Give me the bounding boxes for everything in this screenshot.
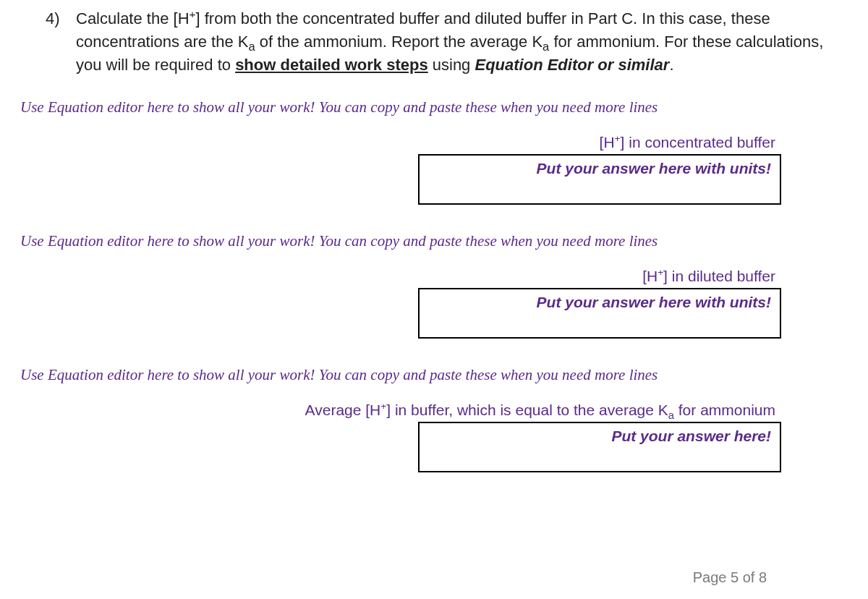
answer-input-1[interactable]: Put your answer here with units! — [418, 154, 781, 205]
answer-block-3: Average [H+] in buffer, which is equal t… — [20, 402, 848, 472]
answer-input-2[interactable]: Put your answer here with units! — [418, 288, 781, 339]
answer-label-2: [H+] in diluted buffer — [20, 268, 848, 285]
footer-of: of — [739, 569, 759, 585]
q-seg: of the ammonium. Report the average K — [255, 33, 542, 51]
answer-input-3[interactable]: Put your answer here! — [418, 422, 781, 472]
label-seg: Average [H — [305, 402, 381, 418]
answer-block-1: [H+] in concentrated buffer Put your ans… — [20, 134, 848, 205]
question-body: Calculate the [H+] from both the concent… — [75, 7, 848, 77]
subscript-a: a — [668, 409, 674, 421]
label-seg: ] in buffer, which is equal to the avera… — [386, 402, 668, 418]
answer-label-3: Average [H+] in buffer, which is equal t… — [20, 402, 848, 419]
q-bolditalic: Equation Editor or similar — [475, 56, 669, 74]
question-number: 4) — [46, 7, 75, 77]
answer-box-wrap: Put your answer here! — [20, 422, 848, 472]
q-underline: show detailed work steps — [235, 56, 428, 74]
q-seg: . — [669, 56, 673, 74]
superscript-plus: + — [658, 267, 663, 278]
subscript-a: a — [248, 40, 255, 53]
answer-box-wrap: Put your answer here with units! — [20, 288, 848, 339]
q-seg: using — [428, 56, 475, 74]
question-4: 4) Calculate the [H+] from both the conc… — [20, 7, 848, 77]
subscript-a: a — [542, 40, 549, 53]
footer-prefix: Page — [693, 569, 731, 585]
question-text: Calculate the [H+] from both the concent… — [76, 9, 823, 74]
q-seg: Calculate the [H — [76, 9, 190, 27]
label-seg: ] in concentrated buffer — [621, 134, 775, 150]
footer-current-page: 5 — [731, 569, 739, 585]
footer-total-pages: 8 — [759, 569, 767, 585]
superscript-plus: + — [190, 8, 196, 20]
instruction-text-1: Use Equation editor here to show all you… — [20, 98, 848, 116]
label-seg: for ammonium — [674, 402, 775, 418]
label-seg: [H — [600, 134, 615, 150]
page-footer: Page 5 of 8 — [693, 569, 767, 586]
answer-block-2: [H+] in diluted buffer Put your answer h… — [20, 268, 848, 339]
answer-box-wrap: Put your answer here with units! — [20, 154, 848, 205]
answer-label-1: [H+] in concentrated buffer — [20, 134, 848, 151]
superscript-plus: + — [615, 133, 621, 144]
label-seg: ] in diluted buffer — [663, 268, 775, 284]
label-seg: [H — [642, 268, 658, 284]
instruction-text-2: Use Equation editor here to show all you… — [20, 232, 848, 250]
instruction-text-3: Use Equation editor here to show all you… — [20, 366, 848, 384]
